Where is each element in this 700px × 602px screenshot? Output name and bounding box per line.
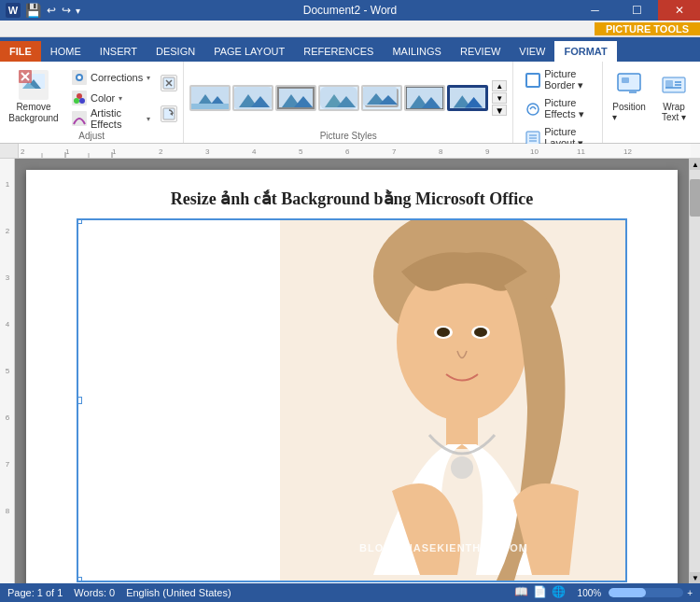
picture-styles-label: Picture Styles	[189, 131, 507, 143]
word-page: Resize ảnh cắt Background bằng Microsoft…	[26, 170, 678, 583]
svg-rect-93	[446, 412, 478, 449]
picture-format-group: Picture Border ▾ Picture Effects ▾ Pictu…	[513, 62, 603, 143]
svg-rect-58	[19, 144, 691, 158]
style-thumb-3[interactable]	[275, 85, 316, 111]
adjust-group: RemoveBackground Corrections ▾ Color ▾	[0, 62, 184, 143]
svg-text:9: 9	[485, 147, 490, 156]
style-thumb-6[interactable]	[404, 85, 445, 111]
handle-top-left[interactable]	[77, 218, 82, 224]
styles-scroll-down[interactable]: ▼	[492, 92, 507, 104]
svg-rect-50	[622, 77, 629, 83]
tab-references[interactable]: REFERENCES	[294, 41, 383, 62]
svg-point-11	[77, 93, 82, 99]
picture-tools-label: PICTURE TOOLS	[595, 22, 700, 35]
undo-icon[interactable]: ↩	[46, 4, 57, 17]
styles-scroll: ▲ ▼ ▼	[492, 80, 507, 116]
tab-page-layout[interactable]: PAGE LAYOUT	[204, 41, 294, 62]
arrange-buttons-col2: WrapText ▾	[653, 65, 694, 139]
color-button[interactable]: Color ▾	[67, 88, 155, 108]
zoom-slider[interactable]	[609, 588, 683, 597]
tab-format[interactable]: FORMAT	[554, 41, 616, 62]
image-container[interactable]: BLOGCHIASEKIENTHUC.COM	[77, 218, 627, 582]
svg-text:3: 3	[205, 147, 210, 156]
reset-button[interactable]	[161, 105, 177, 122]
tab-view[interactable]: VIEW	[510, 41, 554, 62]
svg-text:1: 1	[6, 180, 10, 189]
tab-file[interactable]: FILE	[0, 41, 41, 62]
ribbon: RemoveBackground Corrections ▾ Color ▾	[0, 62, 700, 144]
svg-point-94	[451, 456, 473, 479]
picture-tools-header: PICTURE TOOLS	[0, 21, 700, 37]
document-area: 1 2 3 4 5 6 7 8 Resize ảnh cắt Backgroun…	[0, 159, 700, 583]
svg-point-92	[474, 328, 487, 337]
tab-review[interactable]: REVIEW	[451, 41, 510, 62]
style-thumb-7[interactable]	[447, 85, 488, 111]
remove-background-button[interactable]: RemoveBackground	[4, 65, 63, 131]
word-logo-icon: W	[6, 3, 21, 18]
svg-text:5: 5	[6, 367, 10, 375]
svg-point-13	[79, 98, 85, 104]
close-button[interactable]: ✕	[658, 0, 700, 21]
ruler-marks-container: 2 1 1 2 3 4 5 6 7 8 9 10 11 12	[19, 144, 700, 158]
tab-design[interactable]: DESIGN	[147, 41, 204, 62]
svg-text:3: 3	[6, 273, 10, 282]
handle-bottom-left[interactable]	[77, 577, 82, 582]
artistic-effects-icon	[72, 111, 87, 126]
style-thumb-4[interactable]	[318, 85, 359, 111]
svg-text:1: 1	[112, 147, 117, 156]
style-thumb-5[interactable]	[361, 85, 402, 111]
svg-text:2: 2	[6, 227, 10, 235]
quick-access-toolbar: W 💾 ↩ ↪ ▾	[6, 3, 80, 18]
artistic-effects-button[interactable]: Artistic Effects ▾	[67, 108, 155, 129]
scroll-track	[690, 170, 700, 572]
view-web-button[interactable]: 🌐	[552, 585, 567, 600]
title-bar: W 💾 ↩ ↪ ▾ Document2 - Word ─ ☐ ✕	[0, 0, 700, 21]
status-bar: Page: 1 of 1 Words: 0 English (United St…	[0, 583, 700, 602]
svg-text:7: 7	[392, 147, 397, 156]
zoom-plus[interactable]: +	[687, 588, 693, 598]
scrollbar-vertical[interactable]: ▲ ▼	[689, 159, 700, 583]
page-info: Page: 1 of 1	[7, 587, 63, 598]
customize-icon[interactable]: ▾	[76, 6, 80, 16]
svg-text:8: 8	[439, 147, 443, 156]
styles-expand[interactable]: ▼	[492, 105, 507, 116]
status-left: Page: 1 of 1 Words: 0 English (United St…	[7, 587, 231, 598]
position-icon	[614, 70, 644, 100]
scroll-up-button[interactable]: ▲	[690, 159, 700, 170]
svg-rect-21	[191, 104, 229, 109]
scroll-down-button[interactable]: ▼	[690, 572, 700, 583]
maximize-button[interactable]: ☐	[616, 0, 658, 21]
compress-reset-icons	[159, 65, 179, 131]
position-button[interactable]: Position ▾	[609, 65, 650, 127]
zoom-level: 100%	[578, 588, 602, 598]
view-read-button[interactable]: 📖	[514, 585, 529, 600]
svg-point-44	[527, 104, 539, 115]
adjust-buttons: Corrections ▾ Color ▾ Artistic Effects ▾	[63, 65, 159, 131]
redo-icon[interactable]: ↪	[61, 4, 72, 17]
adjust-group-label: Adjust	[4, 131, 179, 143]
picture-effects-button[interactable]: Picture Effects ▾	[521, 94, 595, 123]
save-icon[interactable]: 💾	[24, 3, 42, 18]
styles-scroll-up[interactable]: ▲	[492, 80, 507, 91]
wrap-text-button[interactable]: WrapText ▾	[653, 65, 694, 127]
picture-effects-icon	[525, 102, 540, 117]
svg-rect-53	[665, 80, 673, 88]
picture-border-button[interactable]: Picture Border ▾	[521, 65, 595, 94]
view-print-button[interactable]: 📄	[533, 585, 548, 600]
minimize-button[interactable]: ─	[574, 0, 616, 21]
tab-mailings[interactable]: MAILINGS	[383, 41, 451, 62]
scroll-thumb[interactable]	[690, 179, 700, 217]
style-thumb-2[interactable]	[232, 85, 273, 111]
tab-insert[interactable]: INSERT	[91, 41, 147, 62]
corrections-button[interactable]: Corrections ▾	[67, 67, 155, 88]
style-thumb-1[interactable]	[189, 85, 231, 111]
tab-home[interactable]: HOME	[41, 41, 91, 62]
handle-middle-left[interactable]	[77, 397, 82, 404]
svg-text:6: 6	[6, 413, 10, 422]
picture-border-label: Picture Border ▾	[544, 68, 590, 91]
picture-effects-label: Picture Effects ▾	[544, 97, 590, 120]
corrections-arrow: ▾	[147, 74, 150, 82]
position-label: Position ▾	[612, 102, 646, 122]
compress-button[interactable]	[161, 75, 177, 91]
svg-point-9	[77, 76, 81, 79]
